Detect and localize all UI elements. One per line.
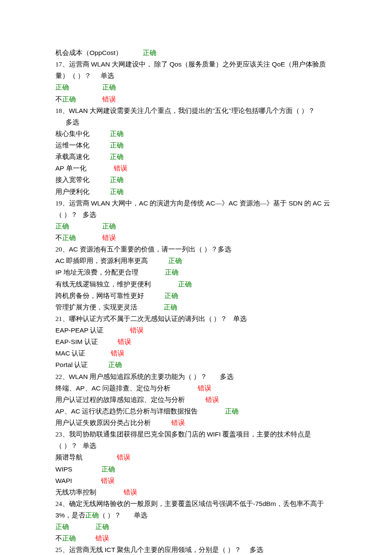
answer-mark-wrong: 错误: [102, 234, 116, 241]
question-type: 单选: [134, 512, 147, 519]
option-text: 有线无线逻辑独立，维护更便利: [55, 280, 151, 288]
option-text-latin: WIPS: [55, 465, 72, 473]
answer-mark-wrong: 错误: [130, 327, 144, 334]
answer-mark-wrong: 错误: [205, 396, 219, 403]
text: 的: [303, 199, 313, 207]
answer-mark-correct: 正确: [225, 408, 239, 415]
option-text: 核心集中化: [55, 130, 89, 137]
text: ）: [115, 49, 122, 56]
option-text-latin: AP: [55, 408, 64, 415]
text-latin: Qos: [170, 61, 182, 68]
text-latin: SDN: [288, 199, 303, 207]
answer-mark-wrong: 错误: [198, 384, 211, 392]
text-latin: OppCost: [89, 49, 115, 56]
option-text-latin: AP: [55, 165, 64, 172]
text: 24、确定无线网络验收的一般原则，主要覆盖区域信号强调不低于: [55, 500, 253, 507]
question-17: 17、运营商 WLAN 大网建设中， 除了 Qos（服务质量）之外更应该关注 Q…: [55, 58, 337, 70]
text: 17、运营商: [55, 61, 91, 68]
option-text: 认证: [70, 350, 85, 357]
option-text-latin: EAP-SIM: [55, 338, 83, 345]
option-text: 地址无浪费，分配更合理: [62, 269, 138, 276]
option-text: 正确: [62, 234, 76, 241]
text-latin: WLAN: [91, 61, 110, 68]
text-latin: AC: [139, 199, 148, 207]
option-text-latin: AP: [76, 384, 85, 392]
answer-line: MAC 认证错误: [55, 347, 337, 359]
answer-mark-wrong: 错误: [102, 95, 116, 103]
answer-mark-wrong: 错误: [124, 489, 137, 496]
answer-line: 运维一体化正确: [55, 139, 337, 151]
option-text: 用户认证过程的故障感知追踪、定位与分析: [55, 396, 185, 403]
answer-line: 正确正确: [55, 81, 337, 93]
answer-mark-wrong: 错误: [101, 477, 115, 484]
option-text: 、: [64, 408, 71, 415]
answer-mark-correct: 正确: [164, 292, 178, 299]
answer-mark-wrong: 错误: [117, 454, 130, 461]
answer-mark-correct: 正确: [102, 84, 116, 91]
answer-line: 承载高速化正确: [55, 151, 337, 162]
option-text-latin: Portal: [55, 361, 73, 368]
option-text: 不: [55, 535, 62, 542]
text-latin: 3%: [55, 512, 65, 519]
text: 云: [322, 199, 330, 207]
option-text: 接入宽带化: [55, 176, 89, 183]
answer-line: EAP-PEAP 认证错误: [55, 324, 337, 336]
question-type: 单选: [101, 72, 114, 79]
text: （用户体验质: [285, 61, 326, 68]
text: （ ）？: [55, 442, 78, 449]
option-text: 正确: [55, 223, 69, 230]
option-text-latin: AC: [71, 408, 81, 415]
text: 用户感知追踪系统的主要功能为（ ）？: [88, 373, 207, 380]
question-type: 单选: [233, 315, 247, 322]
question-type: 多选: [250, 546, 263, 553]
answer-mark-correct: 正确: [108, 361, 122, 368]
option-text: 无线功率控制: [55, 489, 96, 496]
text: 大网建设需要关注几个重点，我们提出的"五化"理论包括哪几个方面（ ）？: [88, 107, 314, 114]
answer-mark-wrong: 错误: [111, 350, 124, 357]
text-latin: WLAN: [91, 199, 110, 207]
text: 22、: [55, 373, 69, 380]
answer-line: 不正确错误: [55, 532, 337, 544]
question-25: 25、运营商无线 ICT 聚焦几个主要的应用领域，分别是（ ）？多选: [55, 544, 337, 555]
question-18: 18、WLAN 大网建设需要关注几个重点，我们提出的"五化"理论包括哪几个方面（…: [55, 105, 337, 116]
option-text: 认证: [83, 338, 98, 345]
text-latin: -75dBm: [253, 500, 276, 507]
text: ，是否: [65, 512, 85, 519]
text: 25、运营商无线: [55, 546, 104, 553]
text: （ ）？: [55, 211, 78, 218]
answer-line: 管理扩展方便，实现更灵活正确: [55, 301, 337, 313]
answer-line: 不正确错误: [55, 93, 337, 105]
question-22: 22、WLAN 用户感知追踪系统的主要功能为（ ）？多选: [55, 371, 337, 382]
text-latin: QoE: [272, 61, 285, 68]
option-text-latin: AC: [55, 257, 65, 264]
option-text: 单一化: [64, 165, 86, 172]
answer-line: 终端、AP、AC 问题排查、定位与分析错误: [55, 382, 337, 394]
answer-line: IP 地址无浪费，分配更合理正确: [55, 266, 337, 278]
answer-mark-wrong: 错误: [171, 419, 185, 426]
question-20: 20、AC 资源池有五个重要的价值，请一一列出（ ）？多选: [55, 243, 337, 255]
question-17-cont: 量）（ ）？单选: [55, 70, 337, 81]
text: 资源池有五个重要的价值，请一一列出（ ）？: [78, 246, 218, 253]
answer-line: 不正确错误: [55, 232, 337, 243]
answer-line: 用户认证失败原因分类占比分析错误: [55, 417, 337, 428]
text-latin: WLAN: [69, 373, 88, 380]
text-latin: WIFI: [207, 431, 221, 438]
text: —》: [215, 199, 229, 207]
option-text: 正确: [55, 523, 69, 530]
answer-mark-correct: 正确: [101, 465, 115, 473]
option-text: 承载高速化: [55, 153, 89, 160]
answer-line: 无线功率控制错误: [55, 486, 337, 498]
text: 机会成本（: [55, 49, 89, 56]
option-text: 用户认证失败原因分类占比分析: [55, 419, 151, 426]
answer-mark-correct: 正确: [168, 257, 182, 264]
option-text: 频谱导航: [55, 454, 83, 461]
option-text: 不: [55, 95, 62, 103]
option-text: 认证: [89, 327, 104, 334]
option-text: 、: [85, 384, 92, 392]
answer-mark-correct: 正确: [178, 280, 192, 288]
text: 大网建设中， 除了: [110, 61, 170, 68]
text: 21、哪种认证方式不属于二次无感知认证的请列出（ ）？: [55, 315, 227, 322]
option-text-latin: MAC: [55, 350, 70, 357]
question-type: 单选: [83, 442, 96, 449]
text: 聚焦几个主要的应用领域，分别是（ ）？: [115, 546, 241, 553]
